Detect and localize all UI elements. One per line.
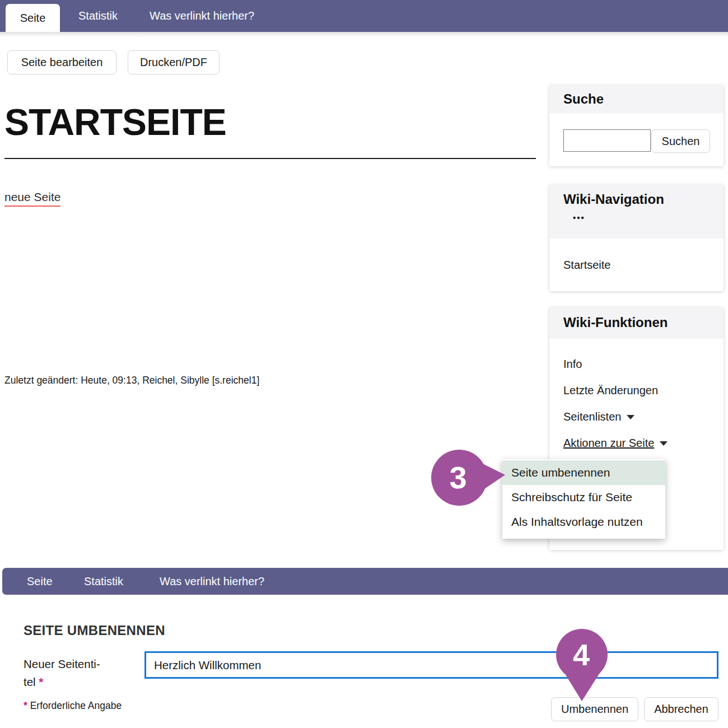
navbar-top: Seite Statistik Was verlinkt hierher? bbox=[0, 0, 728, 32]
tab-was-verlinkt-hierher-2[interactable]: Was verlinkt hierher? bbox=[160, 568, 264, 595]
function-item-seitenlisten[interactable]: Seitenlisten bbox=[549, 404, 724, 430]
required-note: * Erforderliche Angabe bbox=[24, 700, 122, 712]
function-item-label: Info bbox=[563, 358, 582, 371]
search-panel-title: Suche bbox=[563, 91, 724, 107]
cancel-button[interactable]: Abbrechen bbox=[644, 697, 718, 721]
navbar-shadow bbox=[0, 32, 728, 37]
required-note-text: Erforderliche Angabe bbox=[30, 700, 122, 711]
function-item-label: Aktionen zur Seite bbox=[563, 437, 654, 450]
wiki-functions-list: Info Letzte Änderungen Seitenlisten Akti… bbox=[549, 351, 724, 456]
rename-section-heading: SEITE UMBENENNEN bbox=[24, 623, 165, 638]
new-title-label: Neuer Seitenti- tel * bbox=[24, 655, 122, 691]
search-panel: Suche Suchen bbox=[549, 85, 724, 166]
menu-item-schreibschutz[interactable]: Schreibschutz für Seite bbox=[502, 485, 665, 510]
chevron-down-icon bbox=[627, 415, 634, 419]
menu-item-seite-umbenennen[interactable]: Seite umbenennen bbox=[502, 460, 665, 485]
required-asterisk: * bbox=[39, 675, 43, 688]
function-item-info[interactable]: Info bbox=[549, 351, 724, 377]
required-asterisk: * bbox=[24, 700, 27, 711]
wiki-navigation-title: Wiki-Navigation bbox=[563, 192, 724, 207]
tab-was-verlinkt-hierher[interactable]: Was verlinkt hierher? bbox=[150, 0, 254, 32]
new-page-title-input[interactable] bbox=[144, 651, 718, 679]
wiki-page: Seite Statistik Was verlinkt hierher? Se… bbox=[0, 0, 728, 728]
ellipsis-icon[interactable]: ••• bbox=[573, 213, 724, 222]
new-title-label-line2: tel bbox=[24, 675, 36, 688]
wiki-navigation-header: Wiki-Navigation ••• bbox=[549, 185, 724, 239]
wiki-functions-header: Wiki-Funktionen bbox=[549, 307, 724, 339]
print-pdf-button[interactable]: Drucken/PDF bbox=[128, 50, 220, 74]
wiki-navigation-panel: Wiki-Navigation ••• Startseite bbox=[549, 185, 724, 291]
callout-step-3: 3 bbox=[430, 448, 506, 507]
new-page-link[interactable]: neue Seite bbox=[4, 190, 60, 207]
page-title: STARTSEITE bbox=[4, 101, 536, 159]
tab-seite-2[interactable]: Seite bbox=[27, 568, 53, 595]
wiki-functions-title: Wiki-Funktionen bbox=[563, 315, 724, 330]
search-input[interactable] bbox=[563, 129, 651, 152]
rename-button[interactable]: Umbenennen bbox=[551, 697, 638, 721]
sidebar-item-startseite[interactable]: Startseite bbox=[563, 259, 610, 272]
tab-statistik-2[interactable]: Statistik bbox=[84, 568, 123, 595]
new-title-label-line1: Neuer Seitenti- bbox=[24, 657, 100, 670]
search-button[interactable]: Suchen bbox=[651, 129, 710, 153]
edit-page-button[interactable]: Seite bearbeiten bbox=[7, 50, 116, 74]
function-item-label: Letzte Änderungen bbox=[563, 384, 658, 397]
last-modified-text: Zuletzt geändert: Heute, 09:13, Reichel,… bbox=[4, 375, 259, 386]
function-item-label: Seitenlisten bbox=[563, 410, 621, 423]
page-actions-menu: Seite umbenennen Schreibschutz für Seite… bbox=[502, 459, 665, 539]
function-item-letzte-aenderungen[interactable]: Letzte Änderungen bbox=[549, 377, 724, 404]
callout-step-3-number: 3 bbox=[449, 460, 466, 495]
search-panel-header: Suche bbox=[549, 85, 724, 113]
tab-statistik[interactable]: Statistik bbox=[78, 0, 118, 32]
chevron-down-icon bbox=[660, 441, 668, 446]
navbar-bottom: Seite Statistik Was verlinkt hierher? bbox=[2, 568, 728, 595]
menu-item-inhaltsvorlage[interactable]: Als Inhaltsvorlage nutzen bbox=[502, 510, 665, 534]
tab-seite[interactable]: Seite bbox=[6, 4, 60, 32]
function-item-aktionen-zur-seite[interactable]: Aktionen zur Seite bbox=[549, 430, 724, 456]
